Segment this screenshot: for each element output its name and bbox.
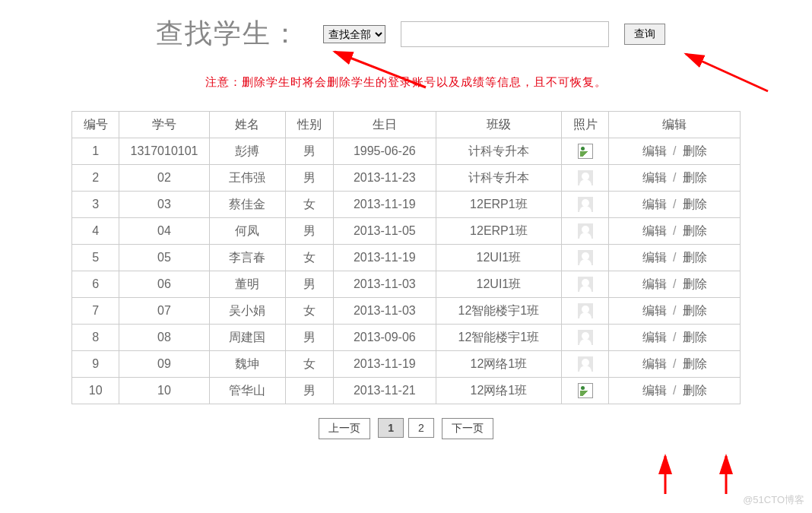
edit-link[interactable]: 编辑	[642, 251, 667, 264]
cell-class: 12智能楼宇1班	[436, 325, 561, 351]
edit-link[interactable]: 编辑	[642, 277, 667, 290]
col-class: 班级	[436, 112, 561, 138]
cell-sid: 07	[119, 298, 209, 325]
cell-sex: 女	[286, 245, 333, 271]
col-photo: 照片	[561, 112, 609, 138]
table-row: 404何凤男2013-11-0512ERP1班编辑 / 删除	[72, 218, 741, 245]
cell-idx: 5	[72, 245, 119, 271]
delete-link[interactable]: 删除	[683, 224, 707, 237]
cell-sid: 09	[119, 351, 209, 378]
edit-link[interactable]: 编辑	[642, 171, 667, 184]
cell-sex: 男	[286, 271, 333, 298]
delete-warning-text: 注意：删除学生时将会删除学生的登录账号以及成绩等信息，且不可恢复。	[30, 75, 782, 90]
ops-separator: /	[670, 198, 680, 211]
cell-bday: 2013-11-03	[333, 298, 436, 325]
broken-image-icon	[578, 383, 593, 398]
cell-sid: 04	[119, 218, 209, 245]
cell-ops: 编辑 / 删除	[609, 351, 741, 378]
table-row: 606董明男2013-11-0312UI1班编辑 / 删除	[72, 271, 741, 298]
cell-sex: 男	[286, 218, 333, 245]
cell-sid: 10	[119, 378, 209, 404]
delete-link[interactable]: 删除	[683, 331, 707, 344]
cell-bday: 2013-11-23	[333, 165, 436, 192]
delete-link[interactable]: 删除	[683, 384, 707, 397]
cell-sex: 女	[286, 192, 333, 218]
cell-class: 12ERP1班	[436, 218, 561, 245]
cell-ops: 编辑 / 删除	[609, 271, 741, 298]
table-row: 303蔡佳金女2013-11-1912ERP1班编辑 / 删除	[72, 192, 741, 218]
cell-sex: 男	[286, 325, 333, 351]
cell-name: 董明	[209, 271, 286, 298]
ops-separator: /	[670, 224, 680, 237]
edit-link[interactable]: 编辑	[642, 304, 667, 317]
col-bday: 生日	[333, 112, 436, 138]
edit-link[interactable]: 编辑	[642, 198, 667, 211]
cell-class: 12UI1班	[436, 245, 561, 271]
delete-link[interactable]: 删除	[683, 357, 707, 370]
cell-sid: 08	[119, 325, 209, 351]
next-page-button[interactable]: 下一页	[442, 418, 493, 439]
edit-link[interactable]: 编辑	[642, 384, 667, 397]
delete-link[interactable]: 删除	[683, 304, 707, 317]
cell-class: 12网络1班	[436, 351, 561, 378]
cell-ops: 编辑 / 删除	[609, 245, 741, 271]
ops-separator: /	[670, 277, 680, 290]
search-bar: 查找学生： 查找全部 查询	[156, 15, 782, 52]
table-row: 707吴小娟女2013-11-0312智能楼宇1班编辑 / 删除	[72, 298, 741, 325]
table-row: 505李言春女2013-11-1912UI1班编辑 / 删除	[72, 245, 741, 271]
cell-photo	[561, 165, 609, 192]
col-idx: 编号	[72, 112, 119, 138]
avatar-placeholder-icon	[578, 356, 593, 372]
cell-name: 李言春	[209, 245, 286, 271]
delete-link[interactable]: 删除	[683, 198, 707, 211]
cell-idx: 2	[72, 165, 119, 192]
cell-ops: 编辑 / 删除	[609, 165, 741, 192]
cell-idx: 7	[72, 298, 119, 325]
cell-photo	[561, 378, 609, 404]
ops-separator: /	[670, 251, 680, 264]
search-button[interactable]: 查询	[624, 24, 665, 45]
cell-sex: 女	[286, 298, 333, 325]
cell-sid: 06	[119, 271, 209, 298]
delete-link[interactable]: 删除	[683, 277, 707, 290]
broken-image-icon	[578, 144, 593, 159]
edit-link[interactable]: 编辑	[642, 224, 667, 237]
table-row: 11317010101彭搏男1995-06-26计科专升本编辑 / 删除	[72, 138, 741, 165]
cell-ops: 编辑 / 删除	[609, 298, 741, 325]
edit-link[interactable]: 编辑	[642, 357, 667, 370]
cell-name: 彭搏	[209, 138, 286, 165]
cell-name: 管华山	[209, 378, 286, 404]
cell-name: 魏坤	[209, 351, 286, 378]
cell-name: 周建国	[209, 325, 286, 351]
prev-page-button[interactable]: 上一页	[319, 418, 370, 439]
cell-ops: 编辑 / 删除	[609, 138, 741, 165]
pager: 上一页 12 下一页	[30, 418, 782, 439]
table-row: 202王伟强男2013-11-23计科专升本编辑 / 删除	[72, 165, 741, 192]
cell-bday: 1995-06-26	[333, 138, 436, 165]
cell-sid: 02	[119, 165, 209, 192]
cell-photo	[561, 218, 609, 245]
student-table: 编号 学号 姓名 性别 生日 班级 照片 编辑 11317010101彭搏男19…	[71, 111, 741, 404]
col-ops: 编辑	[609, 112, 741, 138]
search-title: 查找学生：	[156, 15, 300, 52]
cell-bday: 2013-11-05	[333, 218, 436, 245]
search-input[interactable]	[401, 21, 609, 47]
delete-link[interactable]: 删除	[683, 171, 707, 184]
cell-class: 计科专升本	[436, 165, 561, 192]
avatar-placeholder-icon	[578, 330, 593, 345]
cell-bday: 2013-11-03	[333, 271, 436, 298]
delete-link[interactable]: 删除	[683, 144, 707, 157]
ops-separator: /	[670, 331, 680, 344]
edit-link[interactable]: 编辑	[642, 144, 667, 157]
edit-link[interactable]: 编辑	[642, 331, 667, 344]
cell-photo	[561, 325, 609, 351]
cell-class: 12网络1班	[436, 378, 561, 404]
ops-separator: /	[670, 171, 680, 184]
avatar-placeholder-icon	[578, 170, 593, 185]
table-row: 909魏坤女2013-11-1912网络1班编辑 / 删除	[72, 351, 741, 378]
page-button-2[interactable]: 2	[408, 418, 434, 438]
avatar-placeholder-icon	[578, 223, 593, 239]
page-button-1[interactable]: 1	[378, 418, 404, 438]
delete-link[interactable]: 删除	[683, 251, 707, 264]
search-scope-select[interactable]: 查找全部	[323, 25, 385, 43]
